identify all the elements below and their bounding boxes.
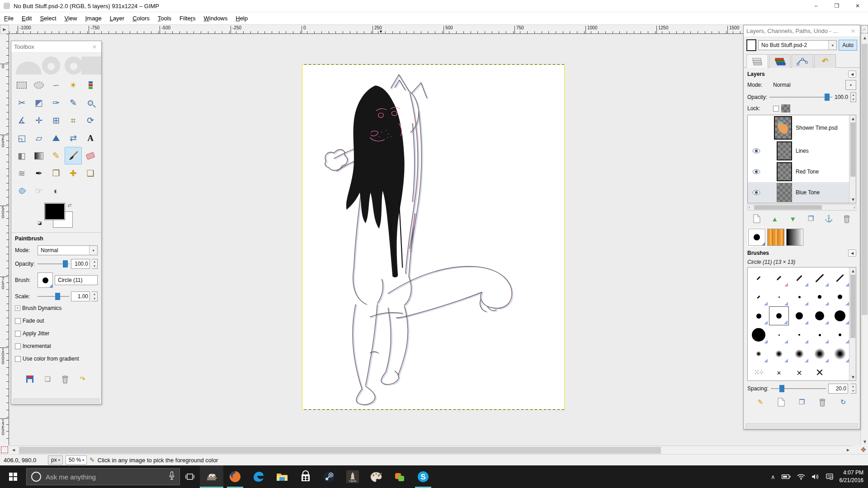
brush-swatch[interactable] <box>810 268 830 287</box>
brush-swatch[interactable] <box>749 287 769 306</box>
horizontal-scrollbar-thumb[interactable] <box>19 447 661 454</box>
gradient-tool[interactable] <box>30 147 47 164</box>
minimize-button[interactable]: – <box>806 0 826 12</box>
shear-tool[interactable]: ▱ <box>30 129 47 147</box>
clone-tool[interactable]: ❐ <box>47 164 65 182</box>
active-gradient-swatch[interactable] <box>786 229 803 246</box>
lock-alpha-icon[interactable] <box>781 104 790 113</box>
color-picker-tool[interactable]: ✎ <box>65 94 82 112</box>
skype-taskbar-icon[interactable]: S <box>411 465 435 488</box>
brush-swatch[interactable] <box>810 325 830 344</box>
spacing-value[interactable]: 20.0 <box>828 384 848 394</box>
store-taskbar-icon[interactable] <box>294 465 317 488</box>
mode-select[interactable]: Normal▾ <box>38 245 98 255</box>
crop-tool[interactable]: ⌗ <box>65 112 82 129</box>
layers-collapse-button[interactable]: ◀ <box>848 70 856 78</box>
text-tool[interactable]: A <box>82 129 99 147</box>
layer-row[interactable]: Lines <box>748 141 856 161</box>
opacity-slider[interactable] <box>38 260 69 267</box>
refresh-brushes-button[interactable]: ↻ <box>837 397 849 408</box>
tray-chevron-icon[interactable]: ∧ <box>771 474 775 480</box>
dock-close-icon[interactable]: ✕ <box>849 28 857 34</box>
zoom-select[interactable]: 50 %▾ <box>66 455 87 465</box>
scroll-up-icon[interactable]: ▲ <box>863 35 867 40</box>
layer-row[interactable]: Blue Tone <box>748 182 856 203</box>
paint-taskbar-icon[interactable] <box>364 465 388 488</box>
paintbrush-tool[interactable] <box>65 147 82 164</box>
brush-swatch[interactable]: ✕ <box>769 363 789 381</box>
default-colors-icon[interactable]: ◪ <box>38 221 42 225</box>
brush-swatch[interactable] <box>830 306 850 325</box>
apply-jitter-checkbox[interactable] <box>15 331 21 337</box>
brush-swatch[interactable] <box>810 287 830 306</box>
layers-tab[interactable] <box>746 54 768 68</box>
delete-layer-button[interactable] <box>841 213 853 224</box>
delete-options-button[interactable] <box>60 374 71 385</box>
toolbox-resize-grip[interactable] <box>13 399 99 403</box>
scale-spinner[interactable]: ▲▼ <box>92 291 98 301</box>
brush-swatch[interactable] <box>810 344 830 363</box>
blur-tool[interactable] <box>13 182 30 200</box>
scroll-up-icon[interactable]: ▲ <box>851 268 855 273</box>
foreground-color-swatch[interactable] <box>45 203 65 220</box>
close-button[interactable]: ✕ <box>847 0 868 12</box>
scroll-down-icon[interactable]: ▼ <box>851 375 855 380</box>
brush-swatch[interactable] <box>830 287 850 306</box>
menu-view[interactable]: View <box>61 13 81 24</box>
brush-swatch[interactable] <box>789 287 809 306</box>
menu-select[interactable]: Select <box>36 13 60 24</box>
cortana-search-box[interactable]: Ask me anything <box>26 468 180 485</box>
brush-swatch[interactable] <box>789 268 809 287</box>
airbrush-tool[interactable]: ≋ <box>13 164 30 182</box>
brush-swatch[interactable] <box>769 325 789 344</box>
battery-icon[interactable] <box>782 474 791 479</box>
scroll-right-icon[interactable]: › <box>854 205 855 210</box>
brush-swatch[interactable]: ⁙⁘ <box>749 363 769 381</box>
brush-swatch[interactable] <box>789 325 809 344</box>
spacing-slider[interactable] <box>771 385 826 392</box>
perspective-clone-tool[interactable]: ❏ <box>82 164 99 182</box>
duplicate-brush-button[interactable]: ❐ <box>796 397 808 408</box>
scroll-left-icon[interactable]: ‹ <box>749 205 750 210</box>
auto-follow-button[interactable]: Auto <box>839 40 857 51</box>
image-select[interactable]: No Butt Stuff.psd-2▾ <box>758 40 837 50</box>
brush-swatch[interactable] <box>830 363 850 381</box>
brush-circle-11-selected[interactable] <box>769 306 789 325</box>
vertical-scrollbar-thumb[interactable] <box>862 44 868 315</box>
scroll-up-icon[interactable]: ▲ <box>851 116 855 121</box>
brush-dynamics-expander[interactable]: + <box>15 305 20 311</box>
rotate-tool[interactable]: ⟳ <box>82 112 99 129</box>
layer-list[interactable]: Shower Time.psdLinesRed ToneBlue Tone ▲ … <box>747 115 856 203</box>
dock-title-bar[interactable]: Layers, Channels, Paths, Undo - ... ✕ <box>744 25 860 37</box>
wifi-icon[interactable] <box>797 474 805 480</box>
scroll-down-icon[interactable]: ▼ <box>863 439 867 444</box>
volume-icon[interactable] <box>811 474 820 480</box>
gimp-taskbar-icon[interactable] <box>200 465 223 488</box>
perspective-tool[interactable] <box>47 129 65 147</box>
menu-edit[interactable]: Edit <box>18 13 36 24</box>
steam-taskbar-icon[interactable] <box>317 465 341 488</box>
canvas-vertical-scrollbar[interactable]: ▲ ▼ <box>860 34 868 446</box>
anchor-layer-button[interactable]: ⚓ <box>823 213 835 224</box>
eraser-tool[interactable] <box>82 147 99 164</box>
new-brush-button[interactable] <box>775 397 787 408</box>
navigation-preview-button[interactable]: ⌕ <box>861 25 868 33</box>
canvas-page[interactable] <box>302 64 565 410</box>
measure-tool[interactable]: ∡ <box>13 112 30 129</box>
firefox-taskbar-icon[interactable] <box>223 465 247 488</box>
brush-swatch[interactable]: ✕ <box>789 363 809 381</box>
layers-opacity-slider[interactable] <box>769 94 832 101</box>
dock-resize-grip[interactable] <box>745 423 858 427</box>
use-color-from-gradient-checkbox[interactable] <box>15 356 21 362</box>
move-tool[interactable]: ✛ <box>30 112 47 129</box>
action-center-icon[interactable] <box>826 474 833 480</box>
toolbox-close-icon[interactable]: ✕ <box>90 44 99 50</box>
scale-tool[interactable]: ◱ <box>13 129 30 147</box>
new-layer-button[interactable] <box>751 213 763 224</box>
vertical-ruler[interactable]: 025050075010001250 <box>0 34 9 446</box>
pan-canvas-icon[interactable]: ✥ <box>861 446 866 453</box>
layer-visibility-toggle[interactable] <box>750 190 762 195</box>
start-button[interactable] <box>0 465 26 488</box>
restore-button[interactable]: ❐ <box>826 0 847 12</box>
menu-image[interactable]: Image <box>81 13 105 24</box>
